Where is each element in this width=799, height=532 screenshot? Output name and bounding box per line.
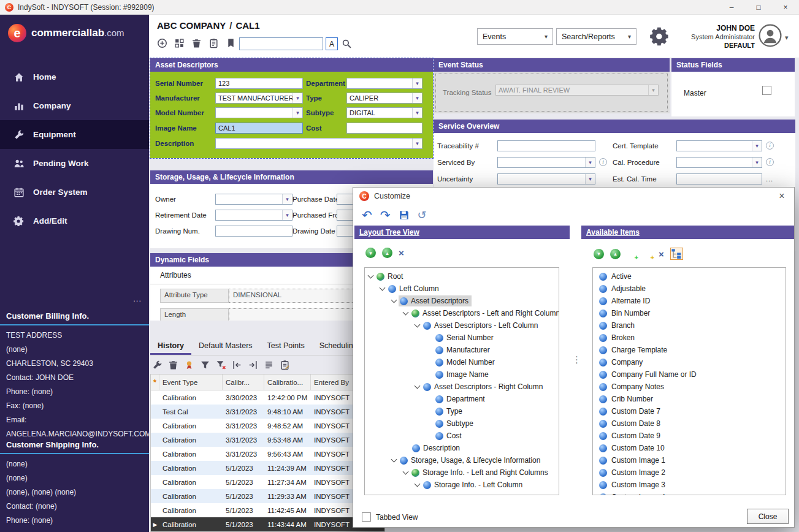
text-field[interactable] (676, 173, 762, 184)
sidebar-item-order-system[interactable]: Order System (0, 178, 149, 207)
list-item[interactable]: Company Full Name or ID (599, 368, 786, 381)
list-item[interactable]: Charge Template (599, 344, 786, 356)
tree-node[interactable]: Asset Descriptors - Left and Right Colum… (365, 307, 559, 319)
tree-node[interactable]: Asset Descriptors (365, 295, 559, 307)
dropdown-arrow-icon[interactable]: ▾ (412, 108, 422, 118)
table-row[interactable]: Test Cal3/31/20239:48:10 AMINDYSOFT (151, 405, 384, 419)
settings-gear-icon[interactable] (650, 26, 670, 47)
text-field[interactable] (215, 226, 292, 237)
dialog-close-icon[interactable]: × (774, 189, 789, 203)
redo-icon[interactable]: ↷ (380, 209, 391, 221)
combo-field[interactable]: TEST MANUFACTURER▾ (215, 93, 303, 104)
delete-icon[interactable] (168, 360, 178, 370)
table-row[interactable]: Calibration3/31/20239:53:48 AMINDYSOFT (151, 433, 384, 447)
move-down-icon[interactable]: ▾ (594, 249, 604, 259)
sidebar-item-equipment[interactable]: Equipment (0, 120, 149, 149)
tree-node[interactable]: Department (365, 393, 559, 405)
dropdown-arrow-icon[interactable]: ▾ (292, 93, 302, 103)
bookmark-icon[interactable] (226, 38, 236, 48)
browse-ellipsis-button[interactable]: ... (766, 175, 773, 183)
info-icon[interactable]: i (766, 142, 774, 150)
dropdown-arrow-icon[interactable]: ▾ (412, 78, 422, 88)
import-icon[interactable] (232, 360, 242, 370)
dropdown-arrow-icon[interactable]: ▾ (282, 194, 292, 204)
table-row[interactable]: ▶Calibration5/1/202311:43:44 AMINDYSOFT (151, 517, 384, 531)
record-icon[interactable] (280, 360, 290, 370)
tree-node[interactable]: Asset Descriptors - Right Column (365, 381, 559, 393)
user-block[interactable]: JOHN DOE System Administrator DEFAULT (669, 24, 755, 50)
list-item[interactable]: Broken (599, 332, 786, 344)
combo-field[interactable]: DIGITAL▾ (346, 107, 422, 118)
list-item[interactable]: Custom Date 10 (599, 442, 786, 454)
column-header[interactable]: Calibr... (223, 374, 264, 390)
expander-icon[interactable] (403, 309, 409, 315)
expander-icon[interactable] (415, 321, 421, 327)
list-item[interactable]: Company (599, 356, 786, 368)
column-header[interactable]: Event Type (159, 374, 223, 390)
list-item[interactable]: Custom Image 2 (599, 466, 786, 479)
list-item[interactable]: Custom Date 7 (599, 405, 786, 417)
tab-default-masters[interactable]: Default Masters (191, 341, 260, 355)
tree-node[interactable]: Asset Descriptors - Left Column (365, 319, 559, 332)
text-field[interactable]: 123 (215, 78, 303, 89)
tree-node[interactable]: Model Number (365, 356, 559, 368)
expander-icon[interactable] (380, 284, 386, 291)
combo-field[interactable]: ▾ (676, 157, 762, 168)
combo-field[interactable]: ▾ (215, 138, 422, 149)
tree-node[interactable]: Serial Number (365, 332, 559, 344)
details-icon[interactable] (264, 360, 274, 370)
combo-field[interactable]: ▾ (497, 157, 595, 168)
sidebar-item-company[interactable]: Company (0, 91, 149, 120)
tree-node[interactable]: Root (365, 270, 559, 283)
combo-field[interactable]: CALIPER▾ (346, 93, 422, 104)
info-icon[interactable]: i (599, 158, 607, 166)
dropdown-arrow-icon[interactable]: ▾ (648, 85, 658, 95)
layout-icon[interactable] (174, 38, 185, 48)
move-down-icon[interactable]: ▾ (365, 248, 376, 258)
tree-node[interactable]: Type (365, 405, 559, 417)
table-row[interactable]: Calibration3/30/202312:42:00 PMINDYSOFT (151, 390, 384, 405)
text-field[interactable] (346, 123, 422, 134)
tree-node[interactable]: Cost (365, 430, 559, 442)
add-item-icon[interactable]: + (627, 249, 637, 259)
dropdown-arrow-icon[interactable]: ▾ (292, 108, 302, 118)
remove-icon[interactable]: × (399, 248, 404, 257)
match-case-button[interactable]: A (326, 37, 338, 50)
tracking-status-combo[interactable]: AWAIT. FINAL REVIEW ▾ (495, 85, 659, 96)
combo-field[interactable]: ▾ (497, 173, 595, 184)
expander-icon[interactable] (368, 272, 374, 278)
dropdown-arrow-icon[interactable]: ▾ (585, 174, 595, 184)
maximize-button[interactable]: □ (745, 0, 772, 15)
list-item[interactable]: Active (599, 270, 786, 283)
delete-icon[interactable] (191, 38, 202, 48)
user-menu-chevron-icon[interactable]: ▾ (785, 34, 789, 42)
table-row[interactable]: Calibration3/31/20239:48:52 AMINDYSOFT (151, 419, 384, 433)
info-icon[interactable]: i (766, 158, 774, 166)
column-header[interactable]: Calibratio... (264, 374, 311, 390)
combo-field[interactable]: ▾ (215, 107, 303, 118)
dropdown-arrow-icon[interactable]: ▾ (412, 93, 422, 103)
breadcrumb-company[interactable]: ABC COMPANY (157, 20, 226, 31)
expander-icon[interactable] (403, 468, 409, 474)
list-item[interactable]: Alternate ID (599, 295, 786, 307)
certificate-icon[interactable] (184, 360, 194, 370)
list-item[interactable]: Custom Image 1 (599, 454, 786, 466)
dropdown-arrow-icon[interactable]: ▾ (752, 158, 762, 167)
list-item[interactable]: Adjustable (599, 283, 786, 295)
events-dropdown[interactable]: Events ▾ (477, 28, 553, 45)
dropdown-arrow-icon[interactable]: ▾ (752, 141, 762, 151)
add-icon[interactable] (157, 38, 167, 48)
panel-splitter[interactable]: ⋮ (572, 354, 578, 365)
clear-filter-icon[interactable] (216, 360, 226, 370)
list-item[interactable]: Custom Image 3 (599, 479, 786, 491)
reset-icon[interactable]: ↺ (418, 210, 427, 221)
text-field[interactable] (497, 140, 595, 151)
combo-field[interactable]: ▾ (215, 210, 292, 221)
list-item[interactable]: Crib Number (599, 393, 786, 405)
expander-icon[interactable] (391, 297, 397, 303)
tree-node[interactable]: Left Column (365, 283, 559, 295)
combo-field[interactable]: ▾ (346, 78, 422, 89)
table-row[interactable]: Calibration5/1/202311:24:39 AMINDYSOFT (151, 461, 384, 475)
list-item[interactable]: Custom Date 8 (599, 417, 786, 430)
tree-node[interactable]: Manufacturer (365, 344, 559, 356)
